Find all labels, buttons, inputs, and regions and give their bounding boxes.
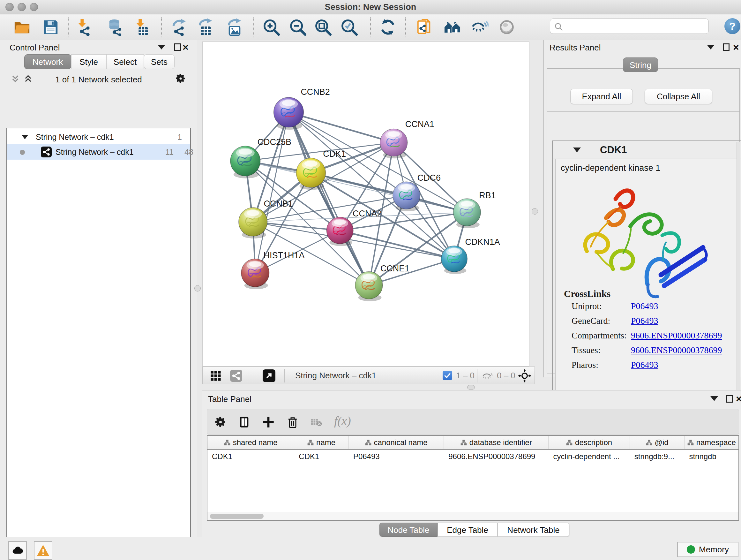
show-panel-button[interactable] [498,18,516,36]
node-CCNB2[interactable] [274,98,304,130]
edge-CCNB2-CCNA1[interactable] [288,112,394,143]
node-CCNE1[interactable] [355,272,383,301]
share-document-button[interactable] [416,18,434,36]
import-network-button[interactable] [75,18,93,36]
node-CDC25B[interactable] [230,146,260,178]
panel-menu-icon[interactable] [711,396,718,401]
close-panel-button[interactable]: × [736,394,741,403]
panel-menu-icon[interactable] [158,45,165,50]
network-view-canvas[interactable]: CCNB2CCNA1CDC25BCDK1CDC6RB1CCNB1CCNA2CDK… [202,42,529,367]
node-CCNA2[interactable] [327,217,353,246]
fit-content-button[interactable] [518,369,531,382]
bottom-splitter-handle[interactable] [467,385,475,389]
close-panel-button[interactable]: × [183,43,189,52]
zoom-in-button[interactable] [262,18,280,36]
results-scrollbar[interactable] [737,142,740,400]
right-splitter-handle[interactable] [532,208,538,214]
selected-checkbox-icon[interactable] [443,371,452,380]
node-CDK1[interactable] [296,158,326,190]
results-panel: Results Panel × String Expand All Collap… [543,40,741,377]
expand-all-button[interactable]: Expand All [570,89,633,104]
collapse-all-button[interactable]: Collapse All [645,89,712,104]
open-session-button[interactable] [13,18,31,36]
export-image-button[interactable] [225,18,243,36]
node-CDC6[interactable] [393,182,420,211]
section-collapse-icon[interactable] [573,147,581,152]
zoom-selected-icon [340,18,358,36]
table-options-button[interactable] [214,416,227,428]
tab-select[interactable]: Select [106,54,144,69]
table-row[interactable]: CDK1 CDK1 P06493 9606.ENSP00000378699 cy… [207,450,738,464]
node-RB1[interactable] [453,199,481,228]
tab-sets[interactable]: Sets [144,54,175,69]
column-header[interactable]: shared name [207,436,294,449]
import-table-button[interactable] [133,18,151,36]
column-header[interactable]: description [549,436,630,449]
network-row-selected[interactable]: String Network – cdk1 11 48 [7,144,190,160]
network-options-button[interactable] [175,73,186,84]
collection-expand-icon[interactable] [22,135,28,139]
zoom-fit-button[interactable] [314,18,332,36]
tab-network[interactable]: Network [24,54,71,69]
help-button[interactable]: ? [724,18,740,34]
toolbar-separator [161,17,162,37]
create-column-button[interactable] [262,416,275,428]
crosslink-genecard[interactable]: P06493 [631,316,658,326]
warning-status-button[interactable] [34,541,52,560]
tab-edge-table[interactable]: Edge Table [437,523,497,537]
hide-panel-button[interactable] [471,18,489,36]
tab-style[interactable]: Style [71,54,106,69]
node-CCNA1[interactable] [380,129,408,159]
crosslink-compartments[interactable]: 9606.ENSP00000378699 [631,330,722,341]
crosslink-uniprot[interactable]: P06493 [631,301,658,311]
refresh-button[interactable] [379,18,397,36]
delete-table-button-disabled[interactable] [311,418,322,427]
float-panel-button[interactable] [723,44,730,51]
tab-network-table[interactable]: Network Table [497,523,569,537]
node-CDKN1A[interactable] [441,246,468,274]
memory-button[interactable]: Memory [677,542,738,557]
column-header[interactable]: @id [630,436,685,449]
cdk1-section-header[interactable]: CDK1 [553,141,741,159]
import-database-button[interactable] [107,18,125,36]
tab-node-table[interactable]: Node Table [380,523,437,537]
function-builder-button-disabled[interactable]: f(x) [334,414,351,428]
column-header[interactable]: canonical name [349,436,444,449]
close-panel-button[interactable]: × [733,43,739,52]
cloud-status-button[interactable] [8,541,27,560]
network-collection-row[interactable]: String Network – cdk1 1 [7,130,190,144]
home-button[interactable] [444,18,461,36]
horizontal-scrollbar[interactable] [207,512,738,520]
netbar-separator [284,369,285,382]
zoom-out-button[interactable] [289,18,307,36]
column-header[interactable]: name [294,436,349,449]
panel-menu-icon[interactable] [707,45,715,50]
left-splitter-handle[interactable] [194,285,201,292]
birds-eye-grid-button[interactable] [210,370,221,381]
delete-column-button[interactable] [286,416,299,428]
float-panel-button[interactable] [174,44,181,51]
scrollbar-thumb[interactable] [210,514,264,519]
search-box[interactable] [550,18,709,34]
float-panel-button[interactable] [726,395,733,402]
export-table-button[interactable] [196,18,214,36]
search-input[interactable] [565,19,706,33]
tab-string[interactable]: String [623,57,658,72]
show-columns-button[interactable] [238,416,251,428]
crosslink-pharos[interactable]: P06493 [631,360,658,370]
export-network-button[interactable] [170,18,188,36]
crosslink-tissues[interactable]: 9606.ENSP00000378699 [631,345,722,355]
export-image-icon [226,18,243,36]
node-CCNB1[interactable] [239,207,267,239]
open-in-browser-button[interactable] [263,369,275,382]
homes-icon [444,18,461,36]
node-HIST1H1A[interactable] [241,259,269,289]
string-toggle-button[interactable] [230,370,242,382]
zoom-selected-button[interactable] [340,18,358,36]
edge-CDK1-RB1[interactable] [311,173,467,212]
save-session-button[interactable] [42,18,60,36]
search-icon [554,22,563,32]
column-header[interactable]: namespace [684,436,738,449]
column-header[interactable]: database identifier [444,436,549,449]
edge-CCNB2-HIST1H1A[interactable] [255,112,289,273]
